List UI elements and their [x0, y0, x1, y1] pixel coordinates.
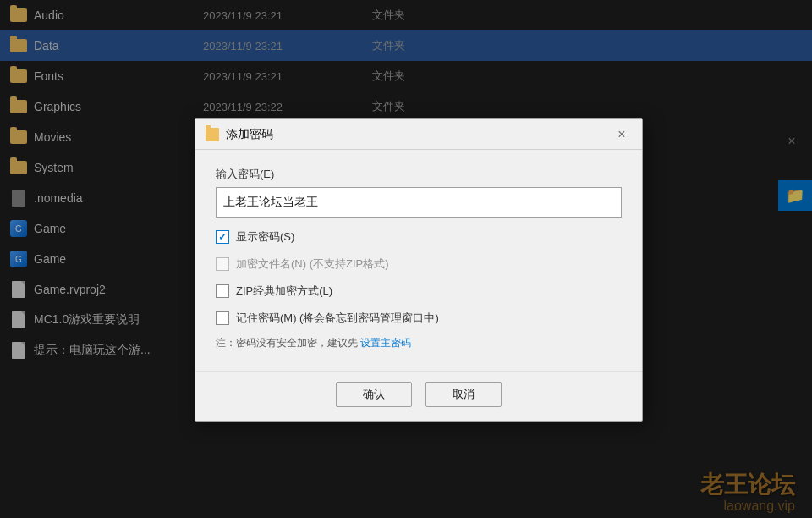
- dialog-close-button[interactable]: ×: [612, 124, 632, 145]
- dialog-titlebar: 添加密码 ×: [195, 119, 642, 150]
- note-row: 注：密码没有安全加密，建议先 设置主密码: [216, 336, 622, 350]
- encrypt-filename-label: 加密文件名(N) (不支持ZIP格式): [236, 256, 389, 272]
- dialog-title: 添加密码: [226, 127, 612, 142]
- note-text: 注：密码没有安全加密，建议先: [216, 337, 358, 349]
- remember-password-label: 记住密码(M) (将会备忘到密码管理窗口中): [236, 311, 439, 326]
- show-password-row[interactable]: 显示密码(S): [216, 229, 622, 245]
- show-password-checkbox[interactable]: [216, 230, 229, 244]
- cancel-button[interactable]: 取消: [425, 382, 502, 407]
- show-password-label: 显示密码(S): [236, 229, 294, 245]
- password-field-label: 输入密码(E): [216, 167, 622, 182]
- add-password-dialog: 添加密码 × 输入密码(E) 显示密码(S) 加密文件名(N) (不支持ZIP格…: [195, 118, 643, 422]
- zip-encrypt-label: ZIP经典加密方式(L): [236, 284, 332, 299]
- confirm-button[interactable]: 确认: [336, 382, 412, 407]
- dialog-buttons: 确认 取消: [195, 371, 642, 421]
- encrypt-filename-checkbox[interactable]: [216, 257, 229, 271]
- set-master-password-link[interactable]: 设置主密码: [360, 337, 411, 349]
- zip-encrypt-checkbox[interactable]: [216, 284, 229, 298]
- encrypt-filename-row: 加密文件名(N) (不支持ZIP格式): [216, 256, 622, 272]
- remember-password-row[interactable]: 记住密码(M) (将会备忘到密码管理窗口中): [216, 311, 622, 326]
- remember-password-checkbox[interactable]: [216, 311, 229, 325]
- dialog-title-icon: [206, 128, 219, 141]
- zip-encrypt-row[interactable]: ZIP经典加密方式(L): [216, 284, 622, 299]
- dialog-content: 输入密码(E) 显示密码(S) 加密文件名(N) (不支持ZIP格式) ZIP经…: [195, 150, 642, 364]
- password-input[interactable]: [216, 187, 622, 218]
